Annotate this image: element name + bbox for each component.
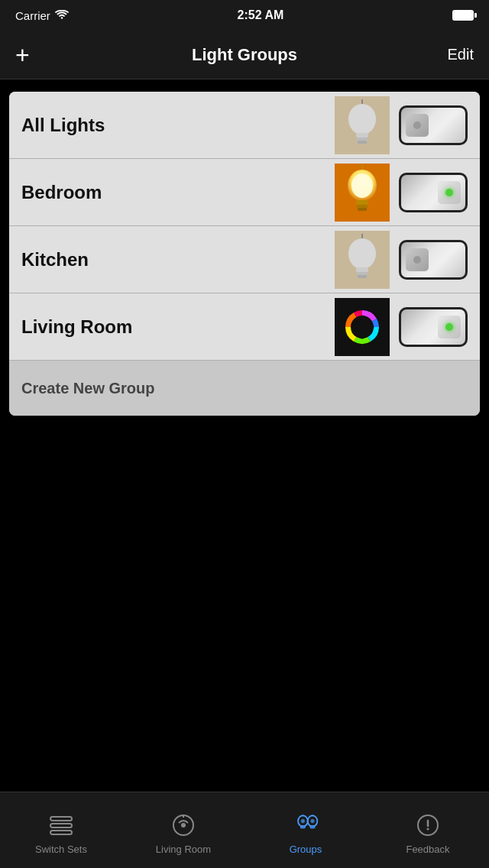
list-item[interactable]: Kitchen bbox=[9, 226, 480, 293]
tab-label-switch-sets: Switch Sets bbox=[35, 844, 87, 855]
bulb-image bbox=[333, 298, 391, 356]
status-time: 2:52 AM bbox=[238, 8, 284, 22]
add-button[interactable]: + bbox=[15, 43, 46, 67]
svg-point-27 bbox=[181, 823, 186, 828]
svg-point-34 bbox=[301, 819, 305, 823]
living-room-icon bbox=[170, 811, 197, 839]
tab-label-feedback: Feedback bbox=[406, 844, 449, 855]
svg-point-38 bbox=[427, 828, 429, 831]
edit-button[interactable]: Edit bbox=[443, 46, 474, 63]
svg-rect-9 bbox=[356, 200, 368, 205]
tab-bar: Switch Sets Living Room bbox=[0, 792, 489, 868]
tab-label-groups: Groups bbox=[290, 844, 322, 855]
svg-rect-11 bbox=[358, 208, 367, 211]
bulb-image bbox=[333, 96, 391, 154]
svg-rect-10 bbox=[357, 205, 368, 208]
bulb-image bbox=[333, 231, 391, 289]
tab-groups[interactable]: Groups bbox=[244, 805, 367, 855]
svg-rect-17 bbox=[358, 275, 367, 278]
toggle-switch[interactable] bbox=[399, 105, 468, 145]
tab-living-room[interactable]: Living Room bbox=[122, 805, 244, 855]
toggle-switch[interactable] bbox=[399, 307, 468, 347]
svg-rect-22 bbox=[50, 824, 72, 828]
svg-point-1 bbox=[348, 104, 376, 134]
bulb-image bbox=[333, 164, 391, 222]
svg-rect-2 bbox=[356, 133, 368, 138]
create-group-label: Create New Group bbox=[21, 380, 154, 397]
feedback-icon bbox=[414, 811, 442, 839]
group-label: Kitchen bbox=[21, 249, 333, 270]
battery-icon bbox=[452, 10, 474, 21]
content-area: All Lights Bedroom bbox=[0, 79, 489, 428]
group-label: All Lights bbox=[21, 115, 333, 136]
svg-point-14 bbox=[348, 238, 376, 269]
toggle-switch[interactable] bbox=[399, 240, 468, 280]
tab-switch-sets[interactable]: Switch Sets bbox=[0, 805, 122, 855]
svg-point-35 bbox=[311, 819, 315, 823]
svg-rect-15 bbox=[356, 267, 368, 272]
group-label: Living Room bbox=[21, 316, 333, 338]
group-label: Bedroom bbox=[21, 182, 333, 203]
svg-rect-3 bbox=[357, 138, 368, 141]
tab-feedback[interactable]: Feedback bbox=[367, 805, 489, 855]
carrier-label: Carrier bbox=[15, 9, 69, 22]
page-title: Light Groups bbox=[192, 45, 297, 65]
status-bar: Carrier 2:52 AM bbox=[0, 0, 489, 31]
svg-rect-21 bbox=[50, 817, 72, 821]
svg-rect-4 bbox=[358, 141, 367, 144]
nav-bar: + Light Groups Edit bbox=[0, 31, 489, 79]
tab-label-living-room: Living Room bbox=[156, 844, 211, 855]
svg-point-8 bbox=[351, 173, 373, 198]
wifi-icon bbox=[55, 10, 69, 21]
switch-sets-icon bbox=[47, 811, 75, 839]
list-item[interactable]: Living Room bbox=[9, 293, 480, 361]
list-item[interactable]: All Lights bbox=[9, 92, 480, 159]
groups-list: All Lights Bedroom bbox=[9, 92, 480, 416]
svg-point-20 bbox=[356, 321, 368, 333]
toggle-switch[interactable] bbox=[399, 173, 468, 212]
svg-rect-23 bbox=[50, 831, 72, 834]
svg-rect-16 bbox=[357, 272, 368, 275]
create-new-group-button[interactable]: Create New Group bbox=[9, 361, 480, 416]
list-item[interactable]: Bedroom bbox=[9, 159, 480, 226]
groups-icon bbox=[292, 811, 319, 839]
